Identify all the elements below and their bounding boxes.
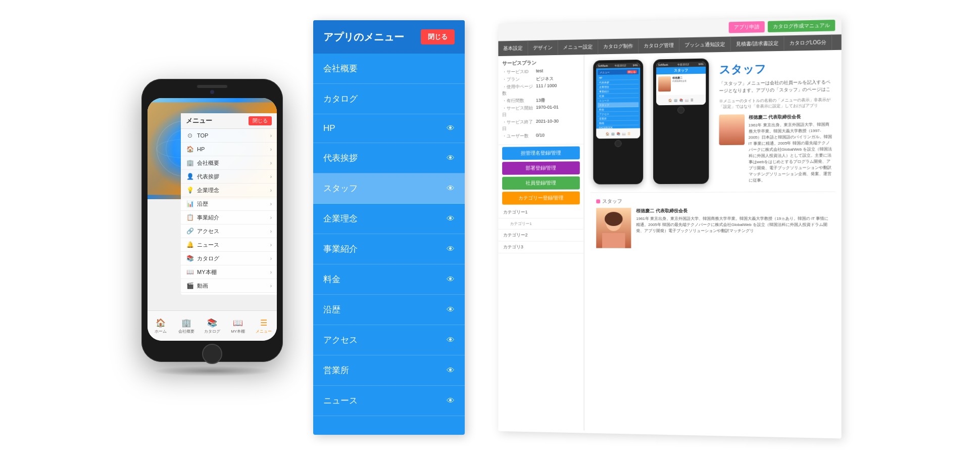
menu-panel-item-philosophy[interactable]: 企業理念 👁 <box>313 204 465 234</box>
staff-description: 「スタッフ」メニューは会社の社員ールを記入するページとなります。アプリの「スタッ… <box>719 79 832 95</box>
service-plan-row-id: ・サービスID test <box>502 68 580 75</box>
phone1-body: メニュー 閉じる ⊙ TOP › 🏠 HP <box>141 79 283 362</box>
menu-panel-label-office: 営業所 <box>323 365 349 376</box>
bottom-bookshelf-label: MY本棚 <box>231 329 245 334</box>
menu-panel-item-greeting[interactable]: 代表挨拶 👁 <box>313 143 465 173</box>
admin-btn-dept-register[interactable]: 部署登録/管理 <box>502 161 580 175</box>
bottom-menu[interactable]: ☰ メニュー <box>251 311 277 341</box>
admin-content: サービスプラン ・サービスID test ・プラン ビジネス ・使用中ページ数 … <box>498 50 841 436</box>
menu-panel-item-catalog[interactable]: カタログ <box>313 84 465 114</box>
menu-panel-label-hp: HP <box>323 123 335 133</box>
eye-icon-hp: 👁 <box>447 124 455 133</box>
catalog-manual-btn[interactable]: カタログ作成マニュアル <box>768 20 835 32</box>
menu-label-philosophy: 企業理念 <box>197 187 219 194</box>
menu-panel-item-office[interactable]: 営業所 👁 <box>313 355 465 386</box>
menu-panel-item-price[interactable]: 料金 👁 <box>313 264 465 295</box>
sidebar-menu-cat2[interactable]: カテゴリー2 <box>498 230 583 242</box>
sidebar-menu-cat3[interactable]: カテゴリ3 <box>498 242 583 254</box>
news-icon: 🔔 <box>186 241 194 249</box>
menu-panel-label-catalog: カタログ <box>323 93 358 105</box>
nav-log[interactable]: カタログLOG分 <box>784 35 832 51</box>
menu-item-history[interactable]: 📊 沿歴 › <box>181 197 277 211</box>
admin-panel: アプリ申請 カタログ作成マニュアル 基本設定 デザイン メニュー設定 カタログ制… <box>498 17 841 439</box>
hp-icon: 🏠 <box>186 145 194 153</box>
service-plan-title: サービスプラン <box>502 59 580 67</box>
nav-menu[interactable]: メニュー設定 <box>558 39 598 55</box>
menu-item-news[interactable]: 🔔 ニュース › <box>181 238 277 252</box>
top-icon: ⊙ <box>186 131 194 140</box>
sidebar-menu-cat1[interactable]: カテゴリー1 <box>498 206 583 218</box>
eye-icon-news: 👁 <box>447 396 455 405</box>
menu-panel-item-company[interactable]: 会社概要 <box>313 54 465 84</box>
menu-item-catalog[interactable]: 📚 カタログ › <box>181 252 277 265</box>
phone-camera <box>210 90 214 94</box>
app-apply-btn[interactable]: アプリ申請 <box>729 21 765 33</box>
mini-phone1-screen: SoftBank 午前10:12 94% メニュー 閉じる HP 代表挨 <box>596 63 640 139</box>
menu-label-history: 沿歴 <box>197 200 208 208</box>
bottom-catalog[interactable]: 📚 カタログ <box>199 311 225 341</box>
bottom-home-label: ホーム <box>155 329 167 334</box>
nav-catalog-manage[interactable]: カタログ管理 <box>639 38 679 54</box>
menu-item-video[interactable]: 🎬 動画 › <box>181 279 277 293</box>
staff-section-label: スタッフ <box>596 197 829 205</box>
service-plan-row-books: ・有行間数 13冊 <box>502 97 580 104</box>
admin-btn-employee-register[interactable]: 社員登録/管理 <box>502 176 580 190</box>
staff-header: スタッフ <box>719 60 832 77</box>
phone1-menu-header: メニュー 閉じる <box>181 113 277 129</box>
menu-item-greeting[interactable]: 👤 代表挨拶 › <box>181 170 277 184</box>
company-icon: 🏢 <box>186 159 194 167</box>
sidebar-menu-cat1-sub[interactable]: カテゴリー1 <box>498 218 583 230</box>
menu-label-business: 事業紹介 <box>197 214 219 221</box>
bottom-home[interactable]: 🏠 ホーム <box>148 311 173 341</box>
menu-item-mybookshelf[interactable]: 📖 MY本棚 › <box>181 265 277 279</box>
admin-sidebar: サービスプラン ・サービスID test ・プラン ビジネス ・使用中ページ数 … <box>498 55 584 431</box>
menu-panel-title: アプリのメニュー <box>323 30 404 44</box>
bottom-company[interactable]: 🏢 会社概要 <box>173 311 199 341</box>
menu-item-top[interactable]: ⊙ TOP › <box>181 129 277 143</box>
staff-bottom-row: 桜徳慶二 代表取締役会長 1961年 東京出身。東京外国語大学、韓国商務大学卒業… <box>596 208 829 249</box>
nav-basic[interactable]: 基本設定 <box>498 40 528 56</box>
menu-item-hp[interactable]: 🏠 HP › <box>181 143 277 156</box>
menu-panel-item-business[interactable]: 事業紹介 👁 <box>313 234 465 264</box>
admin-mini-phone1: SoftBank 午前10:12 94% メニュー 閉じる HP 代表挨 <box>593 60 643 185</box>
eye-icon-staff: 👁 <box>447 184 455 193</box>
admin-btn-category-register[interactable]: カテゴリー登録/管理 <box>502 192 580 205</box>
nav-design[interactable]: デザイン <box>528 40 558 56</box>
phone1-close-btn[interactable]: 閉じる <box>249 116 272 125</box>
bottom-bookshelf[interactable]: 📖 MY本棚 <box>225 311 251 341</box>
service-plan-row-users: ・ユーザー数 0/10 <box>502 132 580 140</box>
menu-panel-item-hp[interactable]: HP 👁 <box>313 114 465 143</box>
phone1-menu-title: メニュー <box>186 116 212 125</box>
nav-push[interactable]: プッシュ通知設定 <box>679 37 731 53</box>
staff-profile-info: 桜徳慶二 代表取締役会長 1961年 東京出身。東京外国語大学、韓国商務大学卒業… <box>749 114 832 184</box>
admin-phones-row: SoftBank 午前10:12 94% メニュー 閉じる HP 代表挨 <box>590 56 835 185</box>
menu-item-access[interactable]: 🔗 アクセス › <box>181 224 277 238</box>
menu-panel-label-greeting: 代表挨拶 <box>323 152 358 164</box>
menu-panel-close-btn[interactable]: 閉じる <box>421 29 455 44</box>
phone1-wrapper: メニュー 閉じる ⊙ TOP › 🏠 HP <box>141 79 283 376</box>
nav-catalog-make[interactable]: カタログ制作 <box>598 38 639 54</box>
company-bottom-icon: 🏢 <box>181 318 191 328</box>
video-icon: 🎬 <box>186 282 194 290</box>
menu-label-company: 会社概要 <box>197 159 219 167</box>
menu-panel-item-access[interactable]: アクセス 👁 <box>313 325 465 355</box>
menu-item-philosophy[interactable]: 💡 企業理念 › <box>181 184 277 197</box>
svg-rect-7 <box>602 233 625 248</box>
menu-panel-item-history[interactable]: 沿歴 👁 <box>313 295 465 325</box>
menu-panel-label-history: 沿歴 <box>323 304 340 315</box>
menu-item-company[interactable]: 🏢 会社概要 › <box>181 156 277 170</box>
mini-phone2-screen: SoftBank 午前10:12 94% スタッフ <box>656 62 706 106</box>
phone1-home-btn[interactable] <box>202 344 222 364</box>
admin-main: SoftBank 午前10:12 94% メニュー 閉じる HP 代表挨 <box>584 50 842 436</box>
bookshelf-icon: 📖 <box>186 268 194 276</box>
menu-item-business[interactable]: 📋 事業紹介 › <box>181 211 277 224</box>
menu-panel-item-staff[interactable]: スタッフ 👁 <box>313 173 465 204</box>
staff-avatar <box>719 115 745 146</box>
service-plan-section: サービスプラン ・サービスID test ・プラン ビジネス ・使用中ページ数 … <box>498 55 583 145</box>
staff-bottom-info: 桜徳慶二 代表取締役会長 1961年 東京出身。東京外国語大学、韓国商務大学卒業… <box>636 208 829 235</box>
admin-btn-staff-register[interactable]: 担管理名登録/管理 <box>502 146 580 160</box>
bookshelf-bottom-icon: 📖 <box>233 318 243 328</box>
service-plan-row-pages: ・使用中ページ数 111 / 1000 <box>502 83 580 97</box>
nav-invoice[interactable]: 見積書/請求書設定 <box>731 35 785 52</box>
menu-panel-item-news[interactable]: ニュース 👁 <box>313 386 465 416</box>
